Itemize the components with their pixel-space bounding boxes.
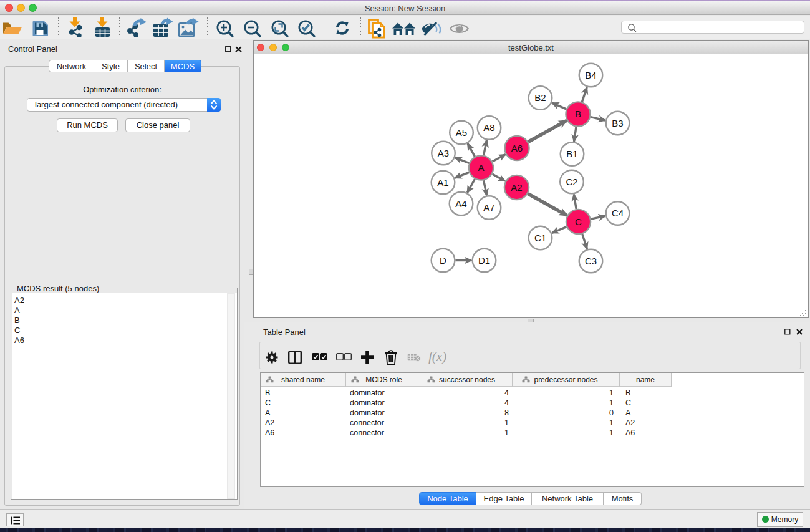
- svg-text:B4: B4: [585, 70, 596, 80]
- svg-text:A5: A5: [456, 127, 467, 138]
- svg-text:D: D: [440, 255, 446, 266]
- svg-text:B: B: [575, 109, 581, 119]
- svg-text:A2: A2: [511, 182, 522, 193]
- svg-text:D1: D1: [478, 255, 490, 266]
- svg-text:A: A: [478, 162, 484, 173]
- svg-text:A7: A7: [483, 202, 494, 213]
- svg-text:A3: A3: [438, 148, 449, 158]
- svg-text:B1: B1: [566, 148, 577, 159]
- svg-text:B2: B2: [534, 92, 546, 103]
- svg-text:A1: A1: [437, 177, 448, 188]
- svg-text:C1: C1: [534, 233, 546, 243]
- svg-text:C2: C2: [566, 177, 577, 187]
- svg-text:B3: B3: [612, 118, 623, 128]
- svg-text:A4: A4: [455, 198, 466, 209]
- svg-text:C3: C3: [585, 256, 597, 266]
- svg-text:C: C: [575, 216, 582, 227]
- svg-text:A8: A8: [483, 122, 494, 133]
- svg-text:A6: A6: [511, 143, 523, 153]
- svg-text:C4: C4: [612, 208, 624, 218]
